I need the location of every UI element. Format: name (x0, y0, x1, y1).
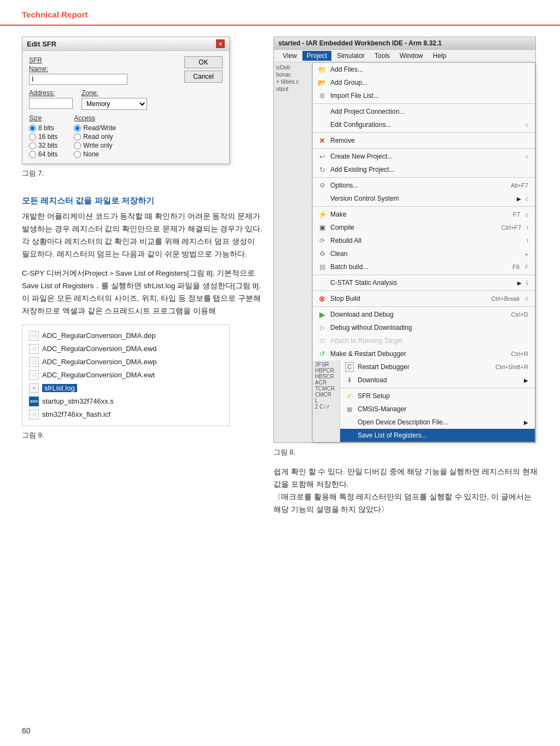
menu-help[interactable]: Help (429, 51, 451, 61)
menu-stop-build[interactable]: ⊗ Stop Build Ctrl+Break ri (313, 292, 535, 305)
sidebar-text-3: × tilities.c (276, 79, 310, 85)
sfr-close-button[interactable]: ✕ (216, 39, 225, 48)
options-shortcut: Alt+F7 (511, 182, 528, 189)
download-arrow: ▶ (524, 377, 528, 383)
sfr-zone-select[interactable]: Memory (81, 98, 147, 110)
iar-menubar[interactable]: View Project Simulator Tools Window Help (274, 50, 535, 62)
sfr-addr-zone-row: Address: Zone: Memory (29, 89, 179, 110)
menu-clean[interactable]: ♻ Clean ▸ (313, 247, 535, 260)
menu-version-control[interactable]: Version Control System ▶ c (313, 192, 535, 205)
menu-remove[interactable]: ✕ Remove (313, 134, 535, 147)
sfr-cancel-button[interactable]: Cancel (184, 71, 223, 83)
menu-rebuild-all[interactable]: ⟳ Rebuild All t (313, 234, 535, 247)
cmsis-icon: ▦ (345, 404, 354, 414)
dl-debug-shortcut: Ctrl+D (511, 311, 528, 318)
file-doc-icon: 📄 (29, 357, 39, 367)
sfr-access-wo-radio[interactable] (74, 142, 81, 149)
sidebar-text-2: bonac (276, 72, 310, 78)
cstat-arrow: ▶ (517, 280, 522, 286)
body-text-1: 개발한 어플리케이션 코드가 동작할 때 확인하기 어려운 동작의 문제가 발생… (22, 211, 262, 261)
sfr-name-group: SFR Name: (29, 56, 179, 85)
make-restart-icon: ↺ (317, 349, 327, 359)
sfr-access-rw-radio[interactable] (74, 125, 81, 132)
file-asm-icon: asm (29, 397, 39, 406)
sfr-setup-icon: ✓ (345, 391, 354, 401)
menu-make[interactable]: ⚡ Make F7 c (313, 208, 535, 221)
menu-cstat[interactable]: C-STAT Static Analysis ▶ ii (313, 276, 535, 289)
menu-attach-target[interactable]: ⊙ Attach to Running Target (313, 334, 535, 347)
sfr-top-row: SFR Name: Address: Zone: (29, 56, 223, 110)
sfr-ok-button[interactable]: OK (184, 56, 223, 68)
compile-icon: ▣ (317, 223, 327, 232)
sfr-access-none-radio[interactable] (74, 151, 81, 158)
file-doc-icon: 📄 (29, 410, 39, 419)
menu-add-existing-project[interactable]: ↻ Add Existing Project... (313, 163, 535, 176)
menu-import-file-list[interactable]: ⊞ Import File List... (313, 89, 535, 102)
menu-open-device-desc[interactable]: Open Device Description File... ▶ (340, 416, 535, 429)
menu-add-group[interactable]: 📂 Add Group... (313, 76, 535, 89)
iar-dropdown: 📁 Add Files... 📂 Add Group... ⊞ Import F… (312, 62, 535, 442)
menu-tools[interactable]: Tools (370, 51, 394, 61)
separator-2 (313, 132, 535, 133)
separator-3 (313, 148, 535, 149)
separator-4 (313, 177, 535, 178)
file-item: asm startup_stm32f746xx.s (29, 395, 223, 408)
file-item: 📄 ADC_RegularConversion_DMA.dep (29, 329, 223, 342)
sfr-access-ro-radio[interactable] (74, 133, 81, 141)
menu-restart-debugger[interactable]: C Restart Debugger Ctrl+Shift+R (340, 360, 535, 374)
sfr-size-16-radio[interactable] (29, 133, 36, 141)
menu-compile[interactable]: ▣ Compile Ctrl+F7 t (313, 221, 535, 234)
restart-shortcut: Ctrl+Shift+R (495, 364, 528, 370)
sfr-address-input[interactable] (29, 98, 73, 109)
caption-fig8: 그림 8. (273, 447, 538, 457)
menu-make-restart[interactable]: ↺ Make & Restart Debugger Ctrl+R (313, 347, 535, 360)
stop-shortcut: Ctrl+Break (491, 295, 520, 302)
menu-download[interactable]: ⬇ Download ▶ (340, 374, 535, 387)
file-doc-icon: 📄 (29, 331, 39, 341)
sfr-size-64-radio[interactable] (29, 151, 36, 158)
menu-options[interactable]: ⚙ Options... Alt+F7 (313, 179, 535, 192)
caption-fig7: 그림 7. (22, 168, 262, 178)
sfr-size-8-radio[interactable] (29, 125, 36, 132)
import-icon: ⊞ (317, 91, 327, 101)
sfr-dialog-body: SFR Name: Address: Zone: (22, 51, 229, 164)
menu-sfr-setup[interactable]: ✓ SFR Setup (340, 389, 535, 403)
sfr-size-group: Size 8 bits 16 bits 32 bits (29, 114, 57, 158)
attach-icon: ⊙ (317, 336, 327, 346)
create-new-icon: ↩ (317, 151, 327, 161)
menu-add-project-connection[interactable]: Add Project Connection... (313, 105, 535, 118)
sfr-dialog-titlebar: Edit SFR ✕ (22, 37, 229, 51)
sfr-size-label: Size (29, 114, 57, 122)
menu-project[interactable]: Project (302, 51, 331, 61)
sfr-size-32-radio[interactable] (29, 142, 36, 149)
open-device-arrow: ▶ (524, 419, 528, 426)
file-item-highlighted: ≡ sfrList.log (29, 382, 223, 395)
remove-icon: ✕ (317, 136, 327, 145)
menu-simulator[interactable]: Simulator (332, 51, 369, 61)
sfr-size-32bits: 32 bits (29, 142, 57, 149)
menu-download-debug[interactable]: ▶ Download and Debug Ctrl+D (313, 308, 535, 321)
menu-save-list-registers[interactable]: Save List of Registers... (340, 429, 535, 442)
iar-sidebar: icDeb bonac × tilities.c utput (274, 62, 312, 442)
menu-cmsis-manager[interactable]: ▦ CMSIS-Manager (340, 403, 535, 416)
separator-7 (313, 290, 535, 291)
stop-icon: ⊗ (317, 294, 327, 304)
menu-edit-configurations[interactable]: Edit Configurations... c (313, 118, 535, 131)
menu-create-new-project[interactable]: ↩ Create New Project... c (313, 150, 535, 163)
version-control-icon (317, 194, 327, 203)
menu-add-files[interactable]: 📁 Add Files... (313, 63, 535, 76)
sfr-access-group: Access Read/Write Read only Write only (74, 114, 116, 158)
file-item: 📄 ADC_RegularConversion_DMA.ewp (29, 355, 223, 369)
menu-view[interactable]: View (278, 51, 301, 61)
sfr-access-wo: Write only (74, 142, 116, 149)
sfr-access-ro: Read only (74, 133, 116, 141)
menu-batch-build[interactable]: ▤ Batch build... F8 F (313, 260, 535, 273)
section-heading: 모든 레지스터 값을 파일로 저장하기 (22, 196, 262, 206)
open-device-icon (345, 417, 354, 427)
menu-window[interactable]: Window (395, 51, 428, 61)
iar-register-row: 3FSR HBPCR HBSCR ACR TCMCR CMCR L 2 C∩r (313, 360, 535, 442)
add-files-icon: 📁 (317, 65, 327, 74)
menu-debug-no-dl[interactable]: ▷ Debug without Downloading (313, 321, 535, 334)
sfr-name-input[interactable] (29, 74, 127, 85)
make-shortcut: F7 (513, 211, 520, 218)
